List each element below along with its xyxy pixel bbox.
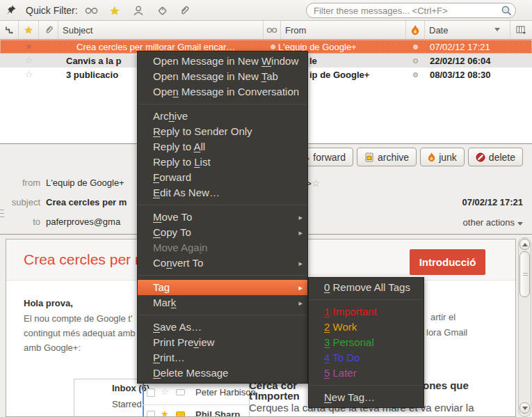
archive-button-label: archive [378,152,409,163]
paperclip-icon [44,25,54,35]
thread-from: ip de Google+ [309,70,407,80]
column-picker-button[interactable] [510,21,532,39]
menu-item-tag[interactable]: Tag▸ [138,280,307,295]
filter-tags-button[interactable] [153,3,171,18]
submenu-arrow-icon: ▸ [298,280,303,295]
junk-indicator-dot[interactable] [413,45,418,49]
menu-item-reply-to-all[interactable]: Reply to All [138,139,307,155]
star-toggle-icon[interactable]: ☆ [19,69,39,79]
gmail-sender-name: Phil Sharp [195,409,240,417]
filter-contact-button[interactable] [129,3,147,18]
junk-indicator-dot[interactable] [413,72,418,77]
email-title: Crea cercles per m [24,251,147,268]
star-icon: ★ [110,4,120,17]
attachment-column-header[interactable] [39,21,58,39]
pane-splitter-grip[interactable] [0,208,4,218]
thread-date: 07/02/12 17:21 [430,42,490,52]
read-indicator-dot[interactable] [271,45,275,49]
from-column-label: From [285,25,306,36]
menu-item-open-message-in-new-window[interactable]: Open Message in New Window [138,54,307,69]
subject-column-header[interactable]: Subject [58,21,264,39]
thread-column-headers: ★ Subject From Date [0,21,532,40]
thread-icon [5,26,14,35]
menu-item-move-to[interactable]: Move To▸ [138,210,307,225]
thread-date: 22/02/12 06:04 [430,56,490,66]
pin-icon[interactable] [6,4,17,18]
scroll-down-button[interactable] [519,402,530,414]
from-column-header[interactable]: From [281,21,406,39]
menu-item-new-tag[interactable]: New Tag… [309,390,424,405]
scroll-up-button[interactable] [519,239,530,250]
menu-item-copy-to[interactable]: Copy To▸ [138,225,307,240]
thread-from: le [309,56,407,66]
menu-item-mark[interactable]: Mark▸ [138,295,307,310]
email-paragraph-line: contingut més adequat amb [24,328,135,338]
star-toggle-icon[interactable]: ☆ [19,55,39,65]
menu-item-forward[interactable]: Forward [138,170,307,185]
menu-item-reply-to-list[interactable]: Reply to List [138,155,307,170]
subject-column-label: Subject [63,25,92,36]
star-toggle-icon[interactable]: ☆ [312,178,321,189]
delete-icon [476,152,485,162]
menu-item-3-personal[interactable]: 3 Personal [309,335,424,350]
filter-unread-button[interactable] [82,3,100,18]
junk-column-header[interactable] [406,21,425,39]
junk-button-label: junk [439,152,457,163]
thread-column-header[interactable] [0,21,19,39]
gmail-inbox-label: Inbox (6) [112,383,150,393]
date-column-header[interactable]: Date [425,21,510,39]
menu-separator [138,104,307,104]
menu-item-edit-as-new[interactable]: Edit As New… [138,185,307,200]
other-actions-button[interactable]: other actions [463,217,523,228]
gmail-sender-name: Peter Harbison [195,387,256,398]
menu-item-delete-message[interactable]: Delete Message [138,365,307,381]
menu-item-2-work[interactable]: 2 Work [309,320,424,335]
menu-item-print-preview[interactable]: Print Preview [138,335,307,350]
tag-submenu: 0 Remove All Tags1 Important2 Work3 Pers… [308,277,424,408]
submenu-arrow-icon: ▸ [298,255,303,271]
read-column-header[interactable] [264,21,281,39]
star-column-header[interactable]: ★ [19,21,39,39]
menu-item-reply-to-sender-only[interactable]: Reply to Sender Only [138,124,307,139]
menu-item-5-later[interactable]: 5 Later [309,365,424,381]
email-paragraph-line: El nou compte de Google t' [24,313,132,324]
menu-item-open-message-in-new-tab[interactable]: Open Message in New Tab [138,69,307,84]
menu-item-save-as[interactable]: Save As… [138,320,307,335]
thread-date: 08/03/12 08:30 [430,70,490,80]
subject-label: subject [4,197,40,207]
menu-item-archive[interactable]: Archive [138,109,307,124]
search-icon[interactable] [501,5,513,17]
scrollbar-thumb[interactable] [519,251,530,297]
flame-icon [411,25,419,36]
subject-value: Crea cercles per m [46,197,127,207]
menu-item-0-remove-all-tags[interactable]: 0 Remove All Tags [309,280,424,295]
quick-filter-searchbox [306,3,516,18]
junk-button[interactable]: junk [420,148,465,166]
archive-button[interactable]: archive [357,148,417,166]
tag-icon [156,5,168,16]
gmail-star-icon: ☆ [161,386,169,397]
gmail-checkbox [147,388,155,397]
star-toggle-icon[interactable]: ★ [19,41,39,52]
menu-item-convert-to[interactable]: Convert To▸ [138,255,307,271]
junk-indicator-dot[interactable] [413,58,418,63]
email-paragraph-line: amb Google+: [24,343,81,353]
quick-filter-label: Quick Filter: [26,5,78,16]
vertical-scrollbar[interactable] [518,237,531,417]
filter-attachment-button[interactable] [175,3,193,18]
menu-item-4-to-do[interactable]: 4 To Do [309,350,424,365]
delete-button[interactable]: delete [468,148,523,166]
menu-separator [138,275,307,276]
menu-separator [309,385,423,386]
menu-item-1-important[interactable]: 1 Important [309,304,424,320]
menu-separator [138,315,307,315]
menu-item-move-again[interactable]: Move Again [138,240,307,255]
filter-starred-button[interactable]: ★ [106,3,124,18]
introduction-button[interactable]: Introducció [410,249,485,275]
gmail-label-icon [176,389,185,395]
menu-item-open-message-in-conversation[interactable]: Open Message in Conversation [138,84,307,100]
scrollbar-grip [523,272,528,277]
filter-input[interactable] [307,6,501,16]
email-feature-heading-fragment: t'Importen [249,390,300,402]
menu-item-print[interactable]: Print… [138,350,307,365]
